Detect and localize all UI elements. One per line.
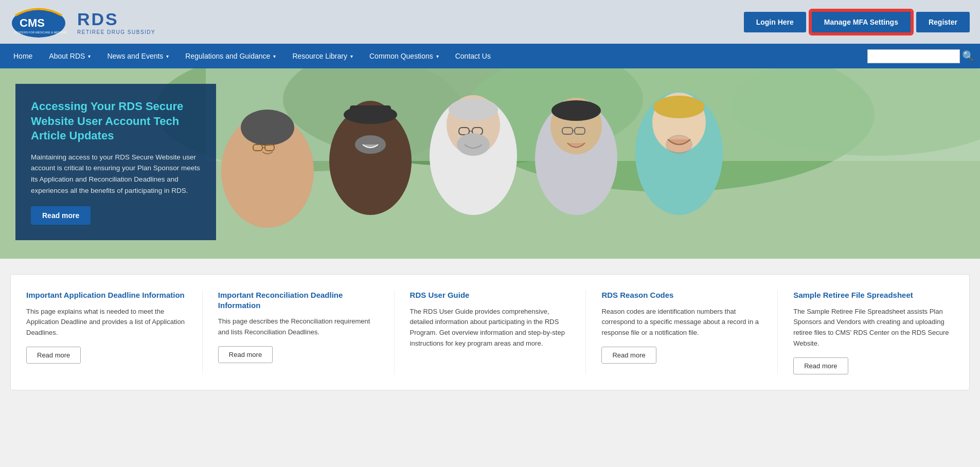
manage-mfa-button[interactable]: Manage MFA Settings bbox=[810, 10, 912, 34]
hero-read-more-button[interactable]: Read more bbox=[31, 206, 91, 225]
hero-body: Maintaining access to your RDS Secure We… bbox=[31, 152, 201, 196]
card-read-more-reconciliation[interactable]: Read more bbox=[218, 346, 273, 363]
svg-text:CMS: CMS bbox=[20, 16, 45, 29]
card-title-reason-codes: RDS Reason Codes bbox=[601, 290, 762, 300]
nav-search: 🔍 bbox=[867, 49, 975, 63]
card-reason-codes: RDS Reason Codes Reason codes are identi… bbox=[601, 290, 778, 374]
rds-title: RDS bbox=[77, 9, 119, 29]
logo-group: CMS CENTERS FOR MEDICARE & MEDICAID SERV… bbox=[10, 5, 155, 39]
card-body-application: This page explains what is needed to mee… bbox=[26, 307, 187, 338]
header-buttons: Login Here Manage MFA Settings Register bbox=[744, 10, 970, 34]
rds-logo: RDS RETIREE DRUG SUBSIDY bbox=[77, 9, 155, 35]
chevron-down-icon: ▾ bbox=[273, 53, 276, 59]
svg-point-29 bbox=[551, 100, 601, 121]
nav-item-home[interactable]: Home bbox=[5, 45, 41, 67]
search-icon[interactable]: 🔍 bbox=[962, 50, 975, 62]
card-title-user-guide: RDS User Guide bbox=[410, 290, 571, 300]
svg-point-22 bbox=[449, 98, 498, 121]
svg-rect-18 bbox=[350, 105, 391, 118]
card-application-deadline: Important Application Deadline Informati… bbox=[26, 290, 203, 374]
cms-logo: CMS CENTERS FOR MEDICARE & MEDICAID SERV… bbox=[10, 5, 67, 39]
nav-item-common-questions[interactable]: Common Questions ▾ bbox=[361, 45, 447, 67]
card-body-reason-codes: Reason codes are identification numbers … bbox=[601, 307, 762, 338]
card-body-user-guide: The RDS User Guide provides comprehensiv… bbox=[410, 307, 571, 349]
cms-logo-svg: CMS CENTERS FOR MEDICARE & MEDICAID SERV… bbox=[10, 5, 67, 39]
login-button[interactable]: Login Here bbox=[744, 12, 806, 32]
rds-subtitle: RETIREE DRUG SUBSIDY bbox=[77, 29, 155, 35]
card-title-retiree-file: Sample Retiree File Spreadsheet bbox=[793, 290, 954, 300]
nav-item-contact-us[interactable]: Contact Us bbox=[447, 45, 499, 67]
card-read-more-application[interactable]: Read more bbox=[26, 347, 81, 364]
svg-text:CENTERS FOR MEDICARE & MEDICAI: CENTERS FOR MEDICARE & MEDICAID SERVICES bbox=[14, 31, 67, 34]
nav-item-regulations[interactable]: Regulations and Guidance ▾ bbox=[177, 45, 284, 67]
card-retiree-file: Sample Retiree File Spreadsheet The Samp… bbox=[793, 290, 954, 374]
cards-container: Important Application Deadline Informati… bbox=[10, 274, 970, 390]
nav-item-news-events[interactable]: News and Events ▾ bbox=[99, 45, 177, 67]
search-input[interactable] bbox=[867, 49, 960, 63]
card-title-application: Important Application Deadline Informati… bbox=[26, 290, 187, 300]
main-nav: Home About RDS ▾ News and Events ▾ Regul… bbox=[0, 44, 980, 68]
register-button[interactable]: Register bbox=[916, 12, 970, 32]
card-body-reconciliation: This page describes the Reconciliation r… bbox=[218, 316, 379, 338]
card-reconciliation-deadline: Important Reconciliation Deadline Inform… bbox=[218, 290, 395, 374]
nav-item-resource-library[interactable]: Resource Library ▾ bbox=[284, 45, 361, 67]
chevron-down-icon: ▾ bbox=[350, 53, 353, 59]
card-user-guide: RDS User Guide The RDS User Guide provid… bbox=[410, 290, 586, 374]
svg-point-35 bbox=[653, 96, 705, 118]
hero-title: Accessing Your RDS Secure Website User A… bbox=[31, 99, 201, 143]
card-read-more-retiree-file[interactable]: Read more bbox=[793, 357, 848, 374]
nav-items: Home About RDS ▾ News and Events ▾ Regul… bbox=[5, 45, 867, 67]
cards-section: Important Application Deadline Informati… bbox=[0, 259, 980, 406]
card-title-reconciliation: Important Reconciliation Deadline Inform… bbox=[218, 290, 379, 310]
svg-point-11 bbox=[241, 110, 294, 146]
chevron-down-icon: ▾ bbox=[166, 53, 169, 59]
page-header: CMS CENTERS FOR MEDICARE & MEDICAID SERV… bbox=[0, 0, 980, 44]
chevron-down-icon: ▾ bbox=[436, 53, 439, 59]
hero-content: Accessing Your RDS Secure Website User A… bbox=[15, 84, 216, 240]
card-read-more-reason-codes[interactable]: Read more bbox=[601, 347, 656, 364]
svg-point-26 bbox=[457, 133, 490, 156]
card-body-retiree-file: The Sample Retiree File Spreadsheet assi… bbox=[793, 307, 954, 349]
nav-item-about-rds[interactable]: About RDS ▾ bbox=[41, 45, 99, 67]
chevron-down-icon: ▾ bbox=[88, 53, 91, 59]
hero-section: Accessing Your RDS Secure Website User A… bbox=[0, 68, 980, 259]
